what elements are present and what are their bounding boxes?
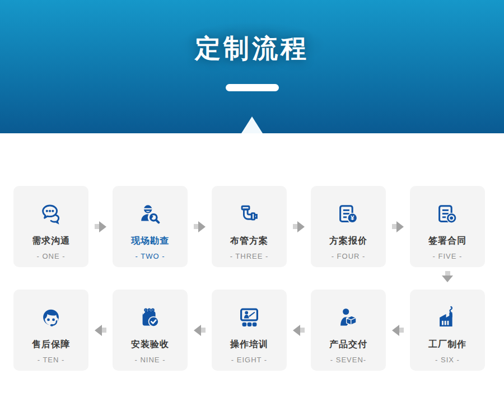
arrow-right-icon: [293, 221, 305, 232]
arrow-left-icon: [392, 325, 404, 336]
step-card-one: 需求沟通 - ONE -: [13, 186, 88, 267]
arrow-left-icon: [194, 325, 206, 336]
step-title: 需求沟通: [32, 235, 70, 247]
arrow-left-icon: [95, 325, 106, 336]
arrow-down-icon: [442, 271, 453, 282]
step-card-eight: 操作培训 - EIGHT -: [212, 290, 287, 371]
step-title: 现场勘查: [131, 235, 169, 247]
page-title: 定制流程: [0, 0, 504, 64]
step-card-three: 布管方案 - THREE -: [212, 186, 287, 267]
arrow-right-icon: [95, 221, 106, 232]
svg-text:¥: ¥: [351, 214, 354, 221]
process-row-2: 售后保障 - TEN - 安装验收: [13, 290, 504, 371]
step-ordinal: - EIGHT -: [231, 356, 267, 364]
site-survey-icon: [137, 197, 163, 233]
step-ordinal: - SIX -: [435, 356, 460, 364]
chat-bubbles-icon: [38, 197, 64, 233]
step-card-seven: 产品交付 - SEVEN-: [311, 290, 386, 371]
price-quote-icon: ¥: [335, 197, 361, 233]
step-card-five: 签署合同 - FIVE -: [410, 186, 485, 267]
step-card-six: 工厂制作 - SIX -: [410, 290, 485, 371]
notch-triangle-icon: [241, 116, 263, 133]
step-ordinal: - TWO -: [136, 252, 165, 260]
step-title: 安装验收: [131, 339, 169, 351]
step-ordinal: - SEVEN-: [330, 356, 366, 364]
factory-icon: [435, 301, 460, 337]
step-title: 售后保障: [32, 339, 70, 351]
product-delivery-icon: [335, 301, 361, 337]
step-ordinal: - THREE -: [230, 252, 269, 260]
step-card-two: 现场勘查 - TWO -: [113, 186, 188, 267]
operation-training-icon: [236, 301, 262, 337]
step-ordinal: - ONE -: [36, 252, 65, 260]
step-ordinal: - TEN -: [38, 356, 65, 364]
step-title: 工厂制作: [428, 339, 466, 351]
title-underline: [226, 84, 279, 91]
process-banner: 定制流程: [0, 0, 504, 133]
install-acceptance-icon: [137, 301, 163, 337]
process-flow: 需求沟通 - ONE - 现场勘查 - TWO -: [0, 133, 504, 371]
step-card-nine: 安装验收 - NINE -: [113, 290, 188, 371]
step-title: 方案报价: [329, 235, 367, 247]
pipe-layout-icon: [236, 197, 262, 233]
step-ordinal: - FOUR -: [332, 252, 366, 260]
row-connector: [13, 267, 504, 290]
step-title: 操作培训: [230, 339, 268, 351]
step-ordinal: - FIVE -: [433, 252, 463, 260]
step-card-ten: 售后保障 - TEN -: [13, 290, 88, 371]
step-ordinal: - NINE -: [135, 356, 166, 364]
after-sales-icon: [38, 301, 64, 337]
arrow-right-icon: [194, 221, 206, 232]
step-title: 签署合同: [428, 235, 466, 247]
step-card-four: ¥ 方案报价 - FOUR -: [311, 186, 386, 267]
arrow-left-icon: [293, 325, 305, 336]
step-title: 布管方案: [230, 235, 268, 247]
process-row-1: 需求沟通 - ONE - 现场勘查 - TWO -: [13, 186, 504, 267]
sign-contract-icon: [435, 197, 460, 233]
arrow-right-icon: [392, 221, 404, 232]
step-title: 产品交付: [329, 339, 367, 351]
